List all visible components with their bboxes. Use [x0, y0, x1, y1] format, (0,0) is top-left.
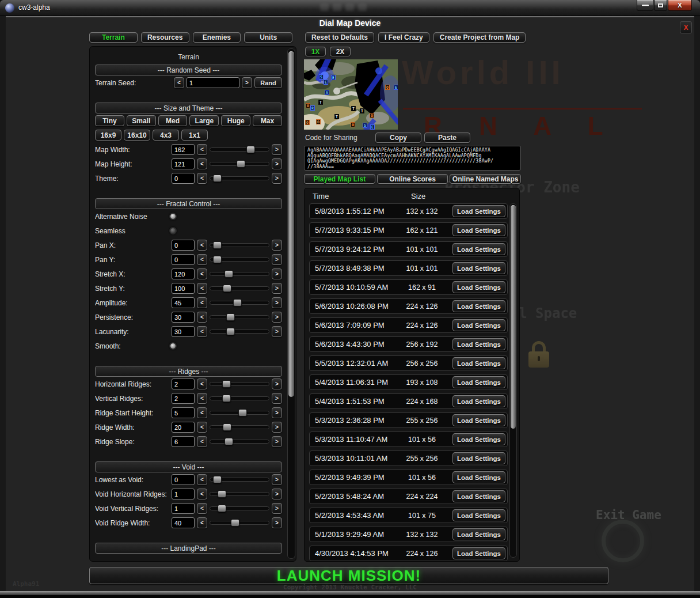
void-vertical-ridges-input[interactable]: [172, 503, 195, 514]
pan-y-increment-button[interactable]: >: [272, 254, 282, 265]
map-height-decrement-button[interactable]: <: [197, 158, 207, 169]
void-ridge-width-decrement-button[interactable]: <: [197, 517, 207, 528]
void-vertical-ridges-slider-thumb[interactable]: [218, 505, 226, 512]
persistence-input[interactable]: [172, 312, 195, 323]
preset-1x1-button[interactable]: 1x1: [181, 130, 208, 141]
tab-enemies[interactable]: Enemies: [193, 32, 241, 43]
minimize-button[interactable]: [637, 0, 653, 11]
create-project-from-map-button[interactable]: Create Project from Map: [433, 32, 526, 43]
ridge-width-slider[interactable]: [210, 425, 269, 429]
lacunarity-input[interactable]: [172, 326, 195, 337]
map-height-slider[interactable]: [210, 162, 269, 166]
load-settings-button[interactable]: Load Settings: [452, 262, 505, 274]
amplitude-slider[interactable]: [210, 301, 269, 305]
ridge-width-slider-thumb[interactable]: [223, 423, 231, 431]
lacunarity-increment-button[interactable]: >: [272, 326, 282, 337]
table-scrollbar[interactable]: [509, 203, 517, 558]
preset-16x10-button[interactable]: 16x10: [124, 130, 150, 141]
tab-played-map-list[interactable]: Played Map List: [304, 174, 375, 184]
stretch-y-input[interactable]: [172, 283, 195, 294]
copy-button[interactable]: Copy: [375, 133, 421, 143]
terrain-seed-input[interactable]: [187, 77, 239, 88]
ridge-width-decrement-button[interactable]: <: [197, 422, 207, 433]
lowest-as-void-input[interactable]: [172, 474, 195, 485]
stretch-y-slider-thumb[interactable]: [223, 285, 231, 292]
map-width-slider-thumb[interactable]: [246, 146, 255, 153]
void-horizontal-ridges-slider[interactable]: [210, 492, 269, 496]
persistence-decrement-button[interactable]: <: [197, 312, 207, 323]
tab-online-scores[interactable]: Online Scores: [377, 174, 448, 184]
lacunarity-decrement-button[interactable]: <: [197, 326, 207, 337]
ridge-start-height-decrement-button[interactable]: <: [197, 407, 207, 418]
amplitude-decrement-button[interactable]: <: [197, 297, 207, 308]
pan-x-slider-thumb[interactable]: [213, 241, 222, 249]
persistence-increment-button[interactable]: >: [272, 312, 282, 323]
horizontal-ridges-slider[interactable]: [210, 382, 269, 386]
seamless-toggle[interactable]: [169, 227, 177, 234]
zoom-2x-button[interactable]: 2X: [330, 47, 351, 56]
preset-tiny-button[interactable]: Tiny: [95, 115, 124, 126]
preset-16x9-button[interactable]: 16x9: [95, 130, 121, 141]
tab-online-named-maps[interactable]: Online Named Maps: [450, 174, 521, 184]
ridge-slope-slider[interactable]: [210, 440, 269, 444]
lowest-as-void-decrement-button[interactable]: <: [197, 474, 207, 485]
seed-increment-button[interactable]: >: [242, 77, 252, 88]
theme-decrement-button[interactable]: <: [197, 173, 207, 184]
preset-small-button[interactable]: Small: [127, 115, 156, 126]
close-button[interactable]: X: [668, 0, 692, 11]
window-titlebar[interactable]: cw3-alpha: [0, 0, 700, 16]
dialog-close-button[interactable]: X: [680, 21, 692, 33]
void-ridge-width-slider-thumb[interactable]: [231, 519, 239, 527]
paste-button[interactable]: Paste: [424, 133, 470, 143]
void-vertical-ridges-increment-button[interactable]: >: [272, 503, 282, 514]
theme-increment-button[interactable]: >: [272, 173, 282, 184]
amplitude-slider-thumb[interactable]: [233, 299, 242, 306]
ridge-slope-input[interactable]: [172, 436, 195, 447]
maximize-button[interactable]: [654, 0, 667, 11]
load-settings-button[interactable]: Load Settings: [452, 528, 505, 540]
zoom-1x-button[interactable]: 1X: [305, 47, 326, 56]
vertical-ridges-input[interactable]: [172, 393, 195, 404]
amplitude-input[interactable]: [172, 297, 195, 308]
load-settings-button[interactable]: Load Settings: [452, 357, 505, 369]
load-settings-button[interactable]: Load Settings: [452, 547, 505, 559]
preset-4x3-button[interactable]: 4x3: [153, 130, 179, 141]
map-width-input[interactable]: [172, 144, 195, 155]
map-height-input[interactable]: [172, 158, 195, 169]
ridge-width-input[interactable]: [172, 422, 195, 433]
pan-x-increment-button[interactable]: >: [272, 240, 282, 251]
lowest-as-void-slider-thumb[interactable]: [213, 476, 222, 483]
load-settings-button[interactable]: Load Settings: [452, 376, 505, 388]
stretch-x-slider[interactable]: [210, 272, 269, 276]
pan-y-decrement-button[interactable]: <: [197, 254, 207, 265]
void-horizontal-ridges-input[interactable]: [172, 489, 195, 499]
load-settings-button[interactable]: Load Settings: [452, 319, 505, 331]
pan-y-input[interactable]: [172, 254, 195, 265]
tab-units[interactable]: Units: [244, 32, 292, 43]
load-settings-button[interactable]: Load Settings: [452, 281, 505, 293]
void-horizontal-ridges-decrement-button[interactable]: <: [197, 489, 207, 499]
load-settings-button[interactable]: Load Settings: [452, 395, 505, 407]
load-settings-button[interactable]: Load Settings: [452, 205, 505, 217]
load-settings-button[interactable]: Load Settings: [452, 433, 505, 445]
horizontal-ridges-slider-thumb[interactable]: [222, 380, 231, 388]
pan-x-input[interactable]: [172, 240, 195, 251]
lowest-as-void-slider[interactable]: [210, 478, 269, 482]
tab-terrain[interactable]: Terrain: [89, 32, 138, 43]
stretch-x-increment-button[interactable]: >: [272, 268, 282, 279]
map-height-slider-thumb[interactable]: [237, 160, 245, 168]
share-code-box[interactable]: AgABAAAAAQAAAAEAAACiAHkAAPEAyABaPDwEEBCg…: [304, 146, 521, 171]
table-scrollbar-thumb[interactable]: [511, 205, 516, 429]
void-ridge-width-increment-button[interactable]: >: [272, 517, 282, 528]
preset-huge-button[interactable]: Huge: [221, 115, 250, 126]
random-seed-button[interactable]: Rand: [254, 77, 282, 88]
pan-y-slider[interactable]: [210, 258, 269, 262]
preset-large-button[interactable]: Large: [189, 115, 219, 126]
void-ridge-width-slider[interactable]: [210, 521, 269, 525]
vertical-ridges-decrement-button[interactable]: <: [197, 393, 207, 404]
horizontal-ridges-decrement-button[interactable]: <: [197, 379, 207, 389]
map-width-slider[interactable]: [210, 147, 269, 152]
ridge-slope-slider-thumb[interactable]: [225, 438, 233, 445]
load-settings-button[interactable]: Load Settings: [452, 338, 505, 350]
map-preview[interactable]: SEEATOROETTTOOOOSE: [304, 59, 398, 130]
